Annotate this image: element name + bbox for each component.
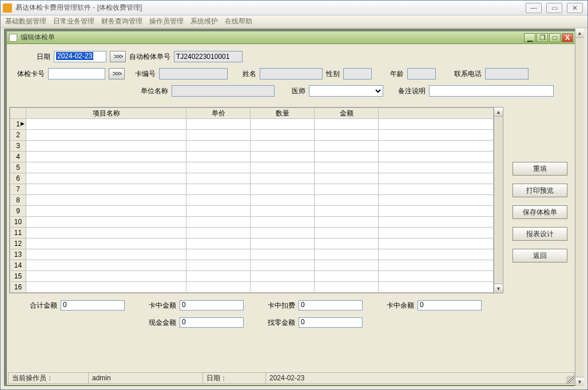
cell[interactable] [379, 152, 494, 162]
cell[interactable] [186, 152, 251, 162]
cell[interactable] [26, 141, 186, 152]
cell[interactable] [186, 282, 251, 293]
cell[interactable] [26, 195, 186, 206]
cell[interactable] [315, 238, 379, 249]
cell[interactable] [26, 184, 186, 195]
row-header[interactable]: 4 [10, 152, 26, 162]
cell[interactable] [315, 206, 379, 217]
cell[interactable] [186, 249, 251, 260]
card-no-input[interactable] [48, 68, 105, 79]
cell[interactable] [251, 184, 315, 195]
cell[interactable] [315, 184, 379, 195]
cell[interactable] [26, 217, 186, 228]
cell[interactable] [251, 195, 315, 206]
cell[interactable] [315, 228, 379, 238]
table-row[interactable]: 13 [10, 249, 494, 260]
menu-help[interactable]: 在线帮助 [225, 17, 252, 26]
row-header[interactable]: 6 [10, 173, 26, 184]
table-row[interactable]: 12 [10, 238, 494, 249]
cell[interactable] [251, 282, 315, 293]
child-close-button[interactable]: X [562, 33, 573, 42]
cell[interactable] [186, 271, 251, 282]
child-maximize-button[interactable]: □ [549, 33, 561, 42]
items-grid[interactable]: 项目名称 单价 数量 金额 12345678910111213141516 [9, 107, 494, 293]
btn-print-preview[interactable]: 打印预览 [512, 184, 567, 197]
date-input[interactable]: 2024-02-23 [54, 51, 106, 62]
cell[interactable] [186, 130, 251, 141]
btn-reset[interactable]: 重填 [512, 162, 567, 176]
cell[interactable] [26, 173, 186, 184]
row-header[interactable]: 14 [10, 260, 26, 271]
table-row[interactable]: 6 [10, 173, 494, 184]
cell[interactable] [315, 271, 379, 282]
table-row[interactable]: 11 [10, 228, 494, 238]
cell[interactable] [379, 173, 494, 184]
close-button[interactable]: ✕ [567, 3, 583, 13]
menu-operator[interactable]: 操作员管理 [149, 17, 184, 26]
child-minimize-button[interactable]: ▁ [524, 33, 535, 42]
scroll-up-icon[interactable]: ▲ [494, 108, 503, 117]
row-header[interactable]: 11 [10, 228, 26, 238]
cell[interactable] [315, 260, 379, 271]
row-header[interactable]: 8 [10, 195, 26, 206]
table-row[interactable]: 14 [10, 260, 494, 271]
cell[interactable] [26, 228, 186, 238]
row-header[interactable]: 10 [10, 217, 26, 228]
cell[interactable] [379, 130, 494, 141]
table-row[interactable]: 5 [10, 162, 494, 173]
cell[interactable] [251, 119, 315, 130]
cell[interactable] [315, 217, 379, 228]
cell[interactable] [379, 238, 494, 249]
cell[interactable] [26, 119, 186, 130]
cell[interactable] [26, 282, 186, 293]
resize-grip-icon[interactable] [566, 376, 574, 384]
date-more-button[interactable]: >>> [110, 51, 126, 62]
cell[interactable] [186, 260, 251, 271]
cell[interactable] [251, 130, 315, 141]
btn-back[interactable]: 返回 [512, 249, 567, 262]
cell[interactable] [26, 130, 186, 141]
card-no-more-button[interactable]: >>> [109, 68, 125, 79]
cell[interactable] [186, 217, 251, 228]
table-row[interactable]: 1 [10, 119, 494, 130]
cell[interactable] [186, 141, 251, 152]
cell[interactable] [251, 173, 315, 184]
table-row[interactable]: 9 [10, 206, 494, 217]
cell[interactable] [315, 152, 379, 162]
cell[interactable] [186, 184, 251, 195]
row-header[interactable]: 9 [10, 206, 26, 217]
cell[interactable] [26, 238, 186, 249]
cell[interactable] [379, 141, 494, 152]
table-row[interactable]: 10 [10, 217, 494, 228]
table-row[interactable]: 7 [10, 184, 494, 195]
cell[interactable] [251, 152, 315, 162]
mdi-scroll-down-icon[interactable]: ▼ [575, 377, 584, 386]
row-header[interactable]: 3 [10, 141, 26, 152]
cell[interactable] [251, 162, 315, 173]
minimize-button[interactable]: — [526, 3, 542, 13]
cell[interactable] [315, 249, 379, 260]
table-row[interactable]: 3 [10, 141, 494, 152]
cell[interactable] [315, 173, 379, 184]
menu-finance-query[interactable]: 财务查询管理 [101, 17, 142, 26]
cell[interactable] [186, 162, 251, 173]
row-header[interactable]: 1 [10, 119, 26, 130]
cell[interactable] [186, 228, 251, 238]
cell[interactable] [186, 206, 251, 217]
table-row[interactable]: 8 [10, 195, 494, 206]
row-header[interactable]: 7 [10, 184, 26, 195]
cell[interactable] [251, 206, 315, 217]
menu-basic-data[interactable]: 基础数据管理 [5, 17, 46, 26]
cell[interactable] [315, 282, 379, 293]
scroll-down-icon[interactable]: ▼ [494, 284, 503, 293]
table-row[interactable]: 15 [10, 271, 494, 282]
col-item-name[interactable]: 项目名称 [26, 108, 186, 119]
cell[interactable] [379, 184, 494, 195]
cell[interactable] [315, 195, 379, 206]
cell[interactable] [26, 260, 186, 271]
cell[interactable] [379, 119, 494, 130]
col-price[interactable]: 单价 [186, 108, 251, 119]
cell[interactable] [251, 260, 315, 271]
cell[interactable] [26, 206, 186, 217]
remark-input[interactable] [429, 85, 554, 97]
